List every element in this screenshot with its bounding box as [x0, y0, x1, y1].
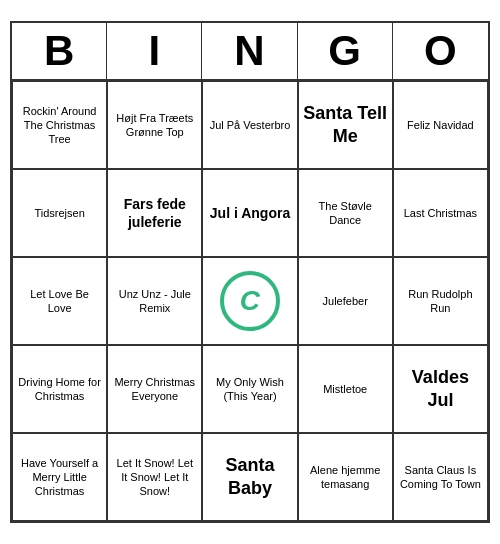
logo-cell: C [207, 262, 292, 340]
cell-text-16: Merry Christmas Everyone [112, 375, 197, 404]
cell-text-4: Feliz Navidad [407, 118, 474, 132]
cell-20: Have Yourself a Merry Little Christmas [12, 433, 107, 521]
cell-9: Last Christmas [393, 169, 488, 257]
cell-17: My Only Wish (This Year) [202, 345, 297, 433]
bingo-letter-i: I [107, 23, 202, 79]
cell-10: Let Love Be Love [12, 257, 107, 345]
cell-text-8: The Støvle Dance [303, 199, 388, 228]
bingo-letter-o: O [393, 23, 488, 79]
cell-text-2: Jul På Vesterbro [210, 118, 291, 132]
bingo-header: BINGO [12, 23, 488, 81]
cell-19: Valdes Jul [393, 345, 488, 433]
logo-circle: C [220, 271, 280, 331]
cell-18: Mistletoe [298, 345, 393, 433]
cell-21: Let It Snow! Let It Snow! Let It Snow! [107, 433, 202, 521]
cell-text-10: Let Love Be Love [17, 287, 102, 316]
bingo-letter-b: B [12, 23, 107, 79]
cell-11: Unz Unz - Jule Remix [107, 257, 202, 345]
cell-text-21: Let It Snow! Let It Snow! Let It Snow! [112, 456, 197, 499]
cell-15: Driving Home for Christmas [12, 345, 107, 433]
cell-16: Merry Christmas Everyone [107, 345, 202, 433]
logo-c-letter: C [240, 283, 260, 319]
cell-8: The Støvle Dance [298, 169, 393, 257]
bingo-letter-g: G [298, 23, 393, 79]
bingo-letter-n: N [202, 23, 297, 79]
cell-text-17: My Only Wish (This Year) [207, 375, 292, 404]
cell-text-0: Rockin' Around The Christmas Tree [17, 104, 102, 147]
cell-text-3: Santa Tell Me [303, 102, 388, 149]
cell-7: Jul i Angora [202, 169, 297, 257]
cell-6: Fars fede juleferie [107, 169, 202, 257]
cell-text-13: Julefeber [323, 294, 368, 308]
cell-text-5: Tidsrejsen [34, 206, 84, 220]
bingo-card: BINGO Rockin' Around The Christmas TreeH… [10, 21, 490, 523]
cell-23: Alene hjemme temasang [298, 433, 393, 521]
cell-text-19: Valdes Jul [398, 366, 483, 413]
bingo-grid: Rockin' Around The Christmas TreeHøjt Fr… [12, 81, 488, 521]
cell-24: Santa Claus Is Coming To Town [393, 433, 488, 521]
cell-text-1: Højt Fra Træets Grønne Top [112, 111, 197, 140]
cell-text-11: Unz Unz - Jule Remix [112, 287, 197, 316]
cell-text-24: Santa Claus Is Coming To Town [398, 463, 483, 492]
cell-12: C [202, 257, 297, 345]
cell-4: Feliz Navidad [393, 81, 488, 169]
cell-text-22: Santa Baby [207, 454, 292, 501]
cell-0: Rockin' Around The Christmas Tree [12, 81, 107, 169]
cell-text-20: Have Yourself a Merry Little Christmas [17, 456, 102, 499]
cell-1: Højt Fra Træets Grønne Top [107, 81, 202, 169]
cell-text-18: Mistletoe [323, 382, 367, 396]
cell-text-23: Alene hjemme temasang [303, 463, 388, 492]
cell-3: Santa Tell Me [298, 81, 393, 169]
cell-5: Tidsrejsen [12, 169, 107, 257]
cell-14: Run Rudolph Run [393, 257, 488, 345]
cell-13: Julefeber [298, 257, 393, 345]
cell-2: Jul På Vesterbro [202, 81, 297, 169]
cell-text-7: Jul i Angora [210, 204, 290, 222]
cell-text-9: Last Christmas [404, 206, 477, 220]
cell-text-6: Fars fede juleferie [112, 195, 197, 231]
cell-text-14: Run Rudolph Run [398, 287, 483, 316]
cell-22: Santa Baby [202, 433, 297, 521]
cell-text-15: Driving Home for Christmas [17, 375, 102, 404]
